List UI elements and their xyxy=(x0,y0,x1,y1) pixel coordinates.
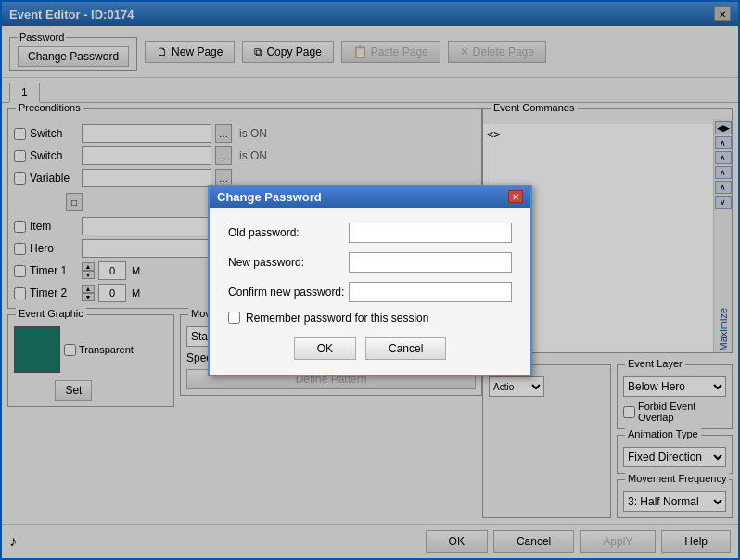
confirm-password-row: Confirm new password: xyxy=(228,282,512,302)
new-password-row: New password: xyxy=(228,252,512,273)
old-password-row: Old password: xyxy=(228,223,512,243)
remember-row: Remember password for this session xyxy=(228,312,512,325)
change-password-dialog: Change Password ✕ Old password: New pass… xyxy=(208,185,532,376)
confirm-password-input[interactable] xyxy=(349,282,512,302)
old-password-label: Old password: xyxy=(228,226,349,239)
remember-checkbox[interactable] xyxy=(228,312,240,324)
new-password-label: New password: xyxy=(228,256,349,269)
dialog-overlay: Change Password ✕ Old password: New pass… xyxy=(2,2,738,558)
dialog-title-bar: Change Password ✕ xyxy=(210,186,530,208)
remember-label: Remember password for this session xyxy=(246,312,428,325)
new-password-input[interactable] xyxy=(349,252,512,273)
dialog-close-button[interactable]: ✕ xyxy=(508,190,523,203)
dialog-ok-button[interactable]: OK xyxy=(294,337,356,360)
dialog-buttons: OK Cancel xyxy=(228,337,512,360)
main-window: Event Editor - ID:0174 ✕ Password Change… xyxy=(0,0,740,560)
dialog-content: Old password: New password: Confirm new … xyxy=(210,208,530,375)
dialog-cancel-button[interactable]: Cancel xyxy=(365,337,446,360)
old-password-input[interactable] xyxy=(349,223,512,243)
dialog-title: Change Password xyxy=(217,190,322,204)
confirm-password-label: Confirm new password: xyxy=(228,286,349,299)
